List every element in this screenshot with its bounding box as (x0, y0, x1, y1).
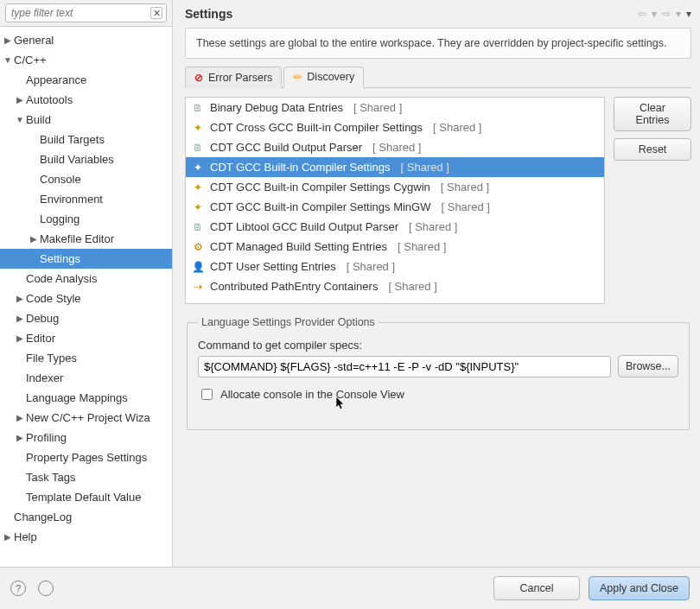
provider-label: Contributed PathEntry Containers (210, 280, 378, 293)
browse-button[interactable]: Browse... (618, 355, 678, 377)
tree-item-build[interactable]: ▼Build (0, 110, 172, 130)
wand-icon: ✦ (191, 200, 205, 214)
tree-label: Profiling (26, 431, 67, 444)
preferences-window: ✕ ▶General ▼C/C++ Appearance ▶Autotools … (0, 0, 700, 609)
nav-forward-icon[interactable]: ⇨ (662, 8, 671, 20)
tree-label: Property Pages Settings (26, 451, 147, 464)
tree-item-code-analysis[interactable]: Code Analysis (0, 269, 172, 289)
tree-item-logging[interactable]: Logging (0, 209, 172, 229)
filter-box: ✕ (5, 3, 167, 22)
provider-row[interactable]: ✦CDT Cross GCC Built-in Compiler Setting… (186, 117, 604, 137)
tree-label: Autotools (26, 93, 73, 106)
tree-label: Build Variables (40, 153, 114, 166)
tabs-bar: ⊘ Error Parsers ✎ Discovery (185, 66, 691, 88)
nav-menu-icon[interactable]: ▾ (686, 8, 691, 20)
tree-item-file-types[interactable]: File Types (0, 348, 172, 368)
tree-item-language-mappings[interactable]: Language Mappings (0, 388, 172, 408)
tree-item-template-default-values[interactable]: Template Default Value (0, 487, 172, 507)
shared-tag: [ Shared ] (441, 200, 489, 213)
tree-item-help[interactable]: ▶Help (0, 527, 172, 547)
tree-item-code-style[interactable]: ▶Code Style (0, 289, 172, 308)
tree-label: Logging (40, 213, 80, 225)
chevron-right-icon: ▶ (28, 234, 40, 244)
tab-error-parsers[interactable]: ⊘ Error Parsers (185, 67, 282, 88)
tree-item-profiling[interactable]: ▶Profiling (0, 428, 172, 447)
chevron-down-icon: ▼ (14, 115, 26, 124)
import-export-icon[interactable] (38, 580, 54, 596)
tree-item-environment[interactable]: Environment (0, 189, 172, 209)
page-title: Settings (185, 7, 638, 21)
tree-label: Code Analysis (26, 272, 97, 285)
tree-item-makefile-editor[interactable]: ▶Makefile Editor (0, 229, 172, 249)
provider-row[interactable]: 🗎CDT Libtool GCC Build Output Parser [ S… (186, 217, 604, 237)
tree-item-autotools[interactable]: ▶Autotools (0, 90, 172, 110)
tree-label: Debug (26, 312, 59, 325)
reset-button[interactable]: Reset (614, 138, 691, 161)
tree-item-ccpp[interactable]: ▼C/C++ (0, 50, 172, 70)
tree-label: Settings (40, 252, 80, 265)
page-icon: 🗎 (191, 141, 205, 155)
main-panel: Settings ⇦ ▾ ⇨ ▾ ▾ These settings are gl… (173, 0, 700, 567)
tree-label: Editor (26, 332, 55, 345)
tree-item-changelog[interactable]: ChangeLog (0, 507, 172, 527)
shared-tag: [ Shared ] (401, 161, 449, 174)
content-area: ✕ ▶General ▼C/C++ Appearance ▶Autotools … (0, 0, 700, 567)
tree-item-console[interactable]: Console (0, 169, 172, 189)
provider-row[interactable]: 👤CDT User Setting Entries [ Shared ] (186, 257, 604, 276)
tree-item-property-pages[interactable]: Property Pages Settings (0, 447, 172, 467)
chevron-right-icon: ▶ (14, 294, 26, 303)
tree-item-general[interactable]: ▶General (0, 30, 172, 50)
gear-icon: ⚙ (191, 240, 205, 254)
filter-input[interactable] (10, 5, 150, 21)
tab-label: Discovery (307, 71, 354, 83)
chevron-down-icon: ▼ (2, 55, 14, 65)
cancel-button[interactable]: Cancel (493, 576, 580, 600)
shared-tag: [ Shared ] (441, 181, 489, 193)
provider-options-legend: Language Settings Provider Options (198, 316, 379, 328)
tree-item-debug[interactable]: ▶Debug (0, 308, 172, 328)
tree-item-editor[interactable]: ▶Editor (0, 328, 172, 348)
allocate-console-checkbox[interactable] (201, 389, 213, 400)
compiler-specs-command-input[interactable] (198, 356, 611, 377)
tab-label: Error Parsers (208, 72, 272, 84)
clear-entries-button[interactable]: Clear Entries (614, 97, 691, 131)
provider-row[interactable]: ⇢Contributed PathEntry Containers [ Shar… (186, 276, 604, 296)
provider-row[interactable]: 🗎CDT GCC Build Output Parser [ Shared ] (186, 137, 604, 157)
provider-row[interactable]: ✦CDT GCC Built-in Compiler Settings [ Sh… (186, 157, 604, 177)
preference-tree[interactable]: ▶General ▼C/C++ Appearance ▶Autotools ▼B… (0, 27, 172, 567)
nav-forward-menu-icon[interactable]: ▾ (676, 8, 681, 20)
provider-row[interactable]: 🗎Binary Debug Data Entries [ Shared ] (186, 98, 604, 117)
tree-label: ChangeLog (14, 511, 72, 523)
tree-item-settings[interactable]: Settings (0, 249, 172, 269)
providers-list[interactable]: 🗎Binary Debug Data Entries [ Shared ]✦CD… (185, 97, 605, 304)
tree-label: Makefile Editor (40, 232, 114, 245)
tree-item-task-tags[interactable]: Task Tags (0, 467, 172, 487)
apply-and-close-button[interactable]: Apply and Close (589, 576, 690, 600)
provider-row[interactable]: ✦CDT GCC Built-in Compiler Settings MinG… (186, 197, 604, 217)
provider-row[interactable]: ⚙CDT Managed Build Setting Entries [ Sha… (186, 237, 604, 257)
provider-row[interactable]: ✦CDT GCC Built-in Compiler Settings Cygw… (186, 177, 604, 197)
provider-label: CDT GCC Built-in Compiler Settings Cygwi… (210, 181, 430, 193)
tree-label: Console (40, 173, 81, 186)
wand-icon: ✎ (289, 68, 306, 86)
nav-back-icon[interactable]: ⇦ (638, 8, 646, 20)
tree-item-appearance[interactable]: Appearance (0, 70, 172, 90)
command-row: Browse... (198, 355, 678, 377)
tab-discovery[interactable]: ✎ Discovery (283, 67, 364, 88)
tree-label: Language Mappings (26, 391, 128, 404)
tree-label: Appearance (26, 73, 86, 86)
chevron-right-icon: ▶ (14, 314, 26, 323)
help-icon[interactable]: ? (10, 580, 26, 596)
tree-item-indexer[interactable]: Indexer (0, 368, 172, 388)
tree-label: Build Targets (40, 133, 105, 146)
provider-label: CDT Libtool GCC Build Output Parser (210, 220, 398, 233)
tree-label: File Types (26, 352, 77, 365)
nav-back-menu-icon[interactable]: ▾ (652, 8, 657, 20)
tree-item-build-variables[interactable]: Build Variables (0, 149, 172, 169)
tree-item-new-project-wizard[interactable]: ▶New C/C++ Project Wiza (0, 408, 172, 428)
provider-label: CDT Managed Build Setting Entries (210, 240, 387, 253)
tree-label: Task Tags (26, 471, 76, 484)
cont-icon: ⇢ (191, 280, 205, 294)
clear-filter-icon[interactable]: ✕ (150, 7, 162, 19)
tree-item-build-targets[interactable]: Build Targets (0, 130, 172, 149)
